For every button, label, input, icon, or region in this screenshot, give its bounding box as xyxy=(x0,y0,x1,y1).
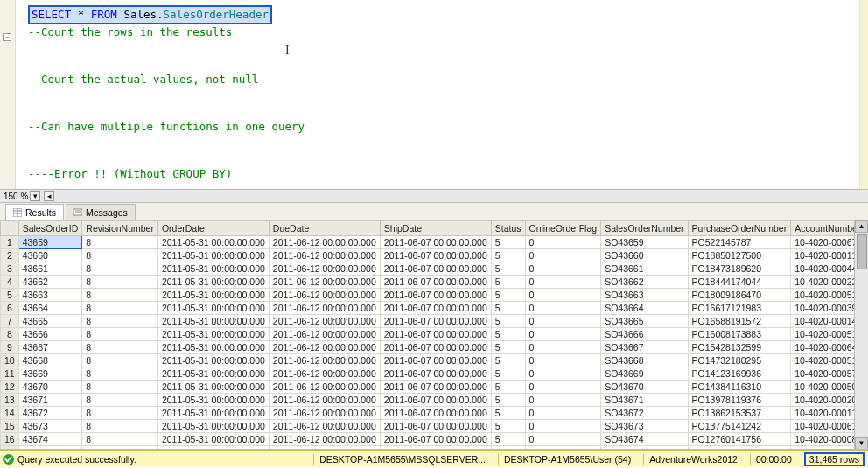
cell-SalesOrderNumber[interactable]: SO43670 xyxy=(601,381,688,394)
cell-DueDate[interactable]: 2011-06-12 00:00:00.000 xyxy=(269,276,380,289)
row-number[interactable]: 17 xyxy=(1,446,19,451)
table-row[interactable]: 14365982011-05-31 00:00:00.0002011-06-12… xyxy=(1,236,869,249)
cell-DueDate[interactable]: 2011-06-12 00:00:00.000 xyxy=(269,433,380,446)
cell-ShipDate[interactable]: 2011-06-07 00:00:00.000 xyxy=(380,354,491,367)
cell-PurchaseOrderNumber[interactable]: PO14732180295 xyxy=(688,354,791,367)
scroll-thumb[interactable] xyxy=(857,234,867,269)
cell-RevisionNumber[interactable]: 8 xyxy=(82,354,158,367)
cell-RevisionNumber[interactable]: 8 xyxy=(82,341,158,354)
cell-OnlineOrderFlag[interactable]: 0 xyxy=(525,354,601,367)
cell-OrderDate[interactable]: 2011-05-31 00:00:00.000 xyxy=(158,315,269,328)
cell-OrderDate[interactable]: 2011-05-31 00:00:00.000 xyxy=(158,302,269,315)
row-number[interactable]: 14 xyxy=(1,407,19,420)
cell-ShipDate[interactable]: 2011-06-07 00:00:00.000 xyxy=(380,276,491,289)
table-row[interactable]: 104366882011-05-31 00:00:00.0002011-06-1… xyxy=(1,354,869,367)
cell-Status[interactable]: 5 xyxy=(491,341,525,354)
sql-editor-pane[interactable]: − SELECT * FROM Sales.SalesOrderHeader -… xyxy=(0,0,868,189)
table-row[interactable]: 94366782011-05-31 00:00:00.0002011-06-12… xyxy=(1,341,869,354)
cell-ShipDate[interactable]: 2011-06-07 00:00:00.000 xyxy=(380,433,491,446)
cell-SalesOrderNumber[interactable]: SO43671 xyxy=(601,394,688,407)
cell-SalesOrderNumber[interactable]: SO43672 xyxy=(601,407,688,420)
cell-ShipDate[interactable]: 2011-06-07 00:00:00.000 xyxy=(380,367,491,381)
cell-Status[interactable]: 5 xyxy=(491,354,525,367)
cell-SalesOrderNumber[interactable]: SO43664 xyxy=(601,302,688,315)
cell-ShipDate[interactable]: 2011-06-07 00:00:00.000 xyxy=(380,236,491,249)
cell-DueDate[interactable]: 2011-06-12 00:00:00.000 xyxy=(269,367,380,381)
cell-ShipDate[interactable]: 2011-06-07 00:00:00.000 xyxy=(380,262,491,276)
cell-RevisionNumber[interactable]: 8 xyxy=(82,420,158,433)
row-number[interactable]: 10 xyxy=(1,354,19,367)
cell-OnlineOrderFlag[interactable]: 0 xyxy=(525,433,601,446)
cell-DueDate[interactable]: 2011-06-12 00:00:00.000 xyxy=(269,394,380,407)
cell-OnlineOrderFlag[interactable]: 0 xyxy=(525,381,601,394)
zoom-dropdown-button[interactable]: ▾ xyxy=(30,191,40,201)
cell-OrderDate[interactable]: 2011-05-31 00:00:00.000 xyxy=(158,394,269,407)
table-row[interactable]: 74366582011-05-31 00:00:00.0002011-06-12… xyxy=(1,315,869,328)
cell-RevisionNumber[interactable]: 8 xyxy=(82,381,158,394)
cell-OrderDate[interactable]: 2011-05-31 00:00:00.000 xyxy=(158,236,269,249)
cell-RevisionNumber[interactable]: 8 xyxy=(82,276,158,289)
cell-OnlineOrderFlag[interactable]: 0 xyxy=(525,262,601,276)
row-number[interactable]: 1 xyxy=(1,236,19,249)
cell-OnlineOrderFlag[interactable]: 0 xyxy=(525,367,601,381)
cell-ShipDate[interactable]: 2011-06-07 00:00:00.000 xyxy=(380,289,491,302)
cell-SalesOrderNumber[interactable]: SO43667 xyxy=(601,341,688,354)
cell-Status[interactable]: 5 xyxy=(491,381,525,394)
cell-Status[interactable]: 5 xyxy=(491,236,525,249)
cell-PurchaseOrderNumber[interactable]: PO18444174044 xyxy=(688,276,791,289)
cell-SalesOrderID[interactable]: 43665 xyxy=(18,315,82,328)
cell-Status[interactable]: 5 xyxy=(491,446,525,451)
cell-DueDate[interactable]: 2011-06-12 00:00:00.000 xyxy=(269,289,380,302)
cell-OnlineOrderFlag[interactable]: 0 xyxy=(525,420,601,433)
cell-RevisionNumber[interactable]: 8 xyxy=(82,236,158,249)
table-row[interactable]: 64366482011-05-31 00:00:00.0002011-06-12… xyxy=(1,302,869,315)
cell-OrderDate[interactable]: 2011-05-31 00:00:00.000 xyxy=(158,367,269,381)
cell-DueDate[interactable]: 2011-06-12 00:00:00.000 xyxy=(269,328,380,341)
cell-SalesOrderNumber[interactable]: SO43662 xyxy=(601,276,688,289)
fold-toggle-icon[interactable]: − xyxy=(4,33,11,41)
cell-RevisionNumber[interactable]: 8 xyxy=(82,433,158,446)
row-number[interactable]: 2 xyxy=(1,249,19,262)
table-row[interactable]: 44366282011-05-31 00:00:00.0002011-06-12… xyxy=(1,276,869,289)
cell-SalesOrderNumber[interactable]: SO43674 xyxy=(601,433,688,446)
cell-DueDate[interactable]: 2011-06-12 00:00:00.000 xyxy=(269,236,380,249)
cell-OrderDate[interactable]: 2011-05-31 00:00:00.000 xyxy=(158,249,269,262)
cell-PurchaseOrderNumber[interactable]: PO14384116310 xyxy=(688,381,791,394)
cell-SalesOrderNumber[interactable]: SO43669 xyxy=(601,367,688,381)
cell-SalesOrderID[interactable]: 43674 xyxy=(18,433,82,446)
row-number[interactable]: 15 xyxy=(1,420,19,433)
cell-PurchaseOrderNumber[interactable]: PO14123169936 xyxy=(688,367,791,381)
cell-RevisionNumber[interactable]: 8 xyxy=(82,315,158,328)
cell-RevisionNumber[interactable]: 8 xyxy=(82,367,158,381)
cell-DueDate[interactable]: 2011-06-12 00:00:00.000 xyxy=(269,420,380,433)
cell-SalesOrderID[interactable]: 43669 xyxy=(18,367,82,381)
cell-PurchaseOrderNumber[interactable]: PO13862153537 xyxy=(688,407,791,420)
cell-PurchaseOrderNumber[interactable]: PO18009186470 xyxy=(688,289,791,302)
row-number[interactable]: 12 xyxy=(1,381,19,394)
cell-Status[interactable]: 5 xyxy=(491,420,525,433)
cell-Status[interactable]: 5 xyxy=(491,289,525,302)
table-row[interactable]: 34366182011-05-31 00:00:00.0002011-06-12… xyxy=(1,262,869,276)
cell-ShipDate[interactable]: 2011-06-07 00:00:00.000 xyxy=(380,249,491,262)
cell-PurchaseOrderNumber[interactable]: PO18473189620 xyxy=(688,262,791,276)
cell-OnlineOrderFlag[interactable]: 0 xyxy=(525,446,601,451)
column-header-SalesOrderNumber[interactable]: SalesOrderNumber xyxy=(601,221,688,236)
row-number[interactable]: 3 xyxy=(1,262,19,276)
cell-SalesOrderID[interactable]: 43664 xyxy=(18,302,82,315)
cell-DueDate[interactable]: 2011-06-12 00:00:00.000 xyxy=(269,446,380,451)
cell-SalesOrderID[interactable]: 43661 xyxy=(18,262,82,276)
cell-OrderDate[interactable]: 2011-05-31 00:00:00.000 xyxy=(158,341,269,354)
cell-SalesOrderNumber[interactable]: SO43661 xyxy=(601,262,688,276)
cell-SalesOrderNumber[interactable]: SO43663 xyxy=(601,289,688,302)
sql-text-area[interactable]: SELECT * FROM Sales.SalesOrderHeader --C… xyxy=(16,0,868,189)
cell-OrderDate[interactable]: 2011-05-31 00:00:00.000 xyxy=(158,433,269,446)
cell-OnlineOrderFlag[interactable]: 0 xyxy=(525,341,601,354)
cell-OrderDate[interactable]: 2011-05-31 00:00:00.000 xyxy=(158,420,269,433)
cell-OrderDate[interactable]: 2011-05-31 00:00:00.000 xyxy=(158,381,269,394)
column-header-DueDate[interactable]: DueDate xyxy=(269,221,380,236)
row-number[interactable]: 5 xyxy=(1,289,19,302)
cell-OrderDate[interactable]: 2011-05-31 00:00:00.000 xyxy=(158,446,269,451)
cell-RevisionNumber[interactable]: 8 xyxy=(82,289,158,302)
cell-SalesOrderNumber[interactable]: SO43665 xyxy=(601,315,688,328)
cell-SalesOrderNumber[interactable]: SO43668 xyxy=(601,354,688,367)
